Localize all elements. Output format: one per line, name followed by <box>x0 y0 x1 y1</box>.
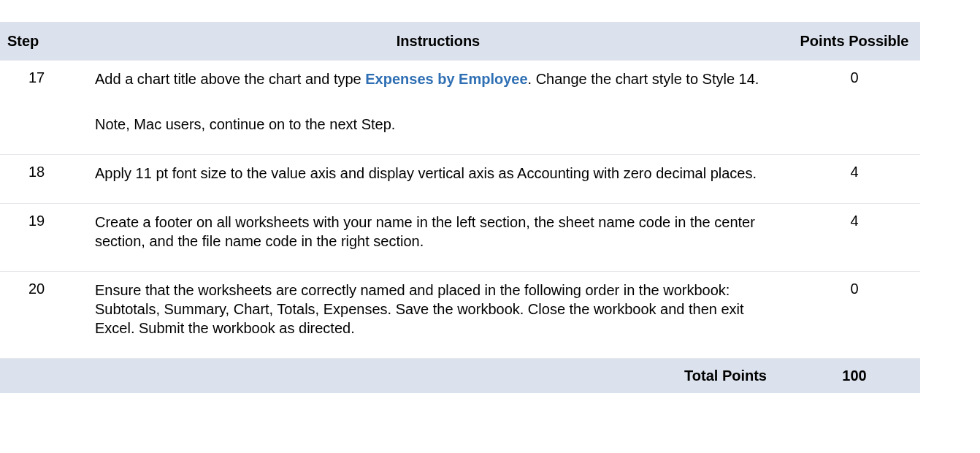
instruction-bold-term: Expenses by Employee <box>365 71 527 87</box>
instruction-cell: Create a footer on all worksheets with y… <box>88 204 789 272</box>
points-value: 4 <box>789 204 920 272</box>
instruction-cell: Apply 11 pt font size to the value axis … <box>88 155 789 204</box>
total-points-value: 100 <box>789 359 920 394</box>
table-row: 18Apply 11 pt font size to the value axi… <box>0 155 920 204</box>
instruction-text: Add a chart title above the chart and ty… <box>95 69 774 88</box>
header-points: Points Possible <box>789 22 920 61</box>
step-number: 17 <box>0 61 88 155</box>
table-footer-row: Total Points 100 <box>0 359 920 394</box>
step-number: 20 <box>0 272 88 359</box>
table-row: 19Create a footer on all worksheets with… <box>0 204 920 272</box>
points-value: 0 <box>789 272 920 359</box>
table-body: 17Add a chart title above the chart and … <box>0 61 920 359</box>
step-number: 19 <box>0 204 88 272</box>
instruction-cell: Ensure that the worksheets are correctly… <box>88 272 789 359</box>
grading-table: Step Instructions Points Possible 17Add … <box>0 22 920 393</box>
instruction-post: . Change the chart style to Style 14. <box>528 71 759 87</box>
grading-table-container: Step Instructions Points Possible 17Add … <box>0 22 920 393</box>
total-points-label: Total Points <box>0 359 789 394</box>
instruction-pre: Add a chart title above the chart and ty… <box>95 71 365 87</box>
instruction-pre: Ensure that the worksheets are correctly… <box>95 282 744 336</box>
header-step: Step <box>0 22 88 61</box>
points-value: 0 <box>789 61 920 155</box>
header-instructions: Instructions <box>88 22 789 61</box>
instruction-text: Create a footer on all worksheets with y… <box>95 213 774 251</box>
instruction-pre: Create a footer on all worksheets with y… <box>95 214 755 249</box>
instruction-pre: Apply 11 pt font size to the value axis … <box>95 165 757 181</box>
instruction-text: Apply 11 pt font size to the value axis … <box>95 164 774 183</box>
step-number: 18 <box>0 155 88 204</box>
instruction-cell: Add a chart title above the chart and ty… <box>88 61 789 155</box>
table-row: 17Add a chart title above the chart and … <box>0 61 920 155</box>
instruction-note: Note, Mac users, continue on to the next… <box>95 115 774 134</box>
table-header-row: Step Instructions Points Possible <box>0 22 920 61</box>
points-value: 4 <box>789 155 920 204</box>
instruction-text: Ensure that the worksheets are correctly… <box>95 281 774 338</box>
table-row: 20Ensure that the worksheets are correct… <box>0 272 920 359</box>
